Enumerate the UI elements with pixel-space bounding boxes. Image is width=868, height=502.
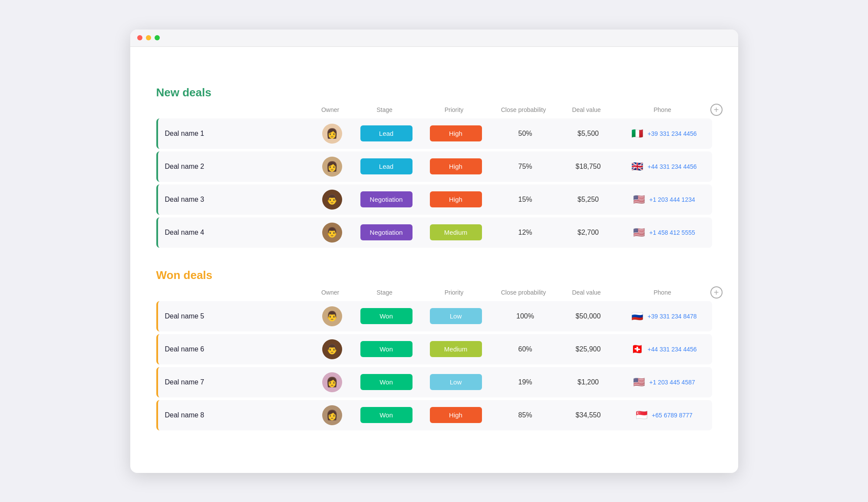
priority-badge[interactable]: Low — [430, 308, 482, 324]
stage-cell[interactable]: Won — [352, 407, 421, 423]
header-cell-3: Priority — [419, 289, 489, 296]
close-button[interactable] — [137, 35, 142, 40]
deal-name: Deal name 2 — [165, 163, 313, 171]
fullscreen-button[interactable] — [155, 35, 160, 40]
deal-name: Deal name 8 — [165, 411, 313, 419]
table-row: Deal name 6👨WonMedium60%$25,900🇨🇭+44 331… — [156, 334, 712, 364]
add-deal-button[interactable]: + — [710, 286, 723, 299]
priority-cell[interactable]: Medium — [421, 341, 491, 357]
owner-cell: 👩 — [313, 372, 352, 392]
avatar: 👩 — [322, 157, 342, 177]
owner-cell: 👩 — [313, 157, 352, 177]
table-row: Deal name 5👨WonLow100%$50,000🇷🇺+39 331 2… — [156, 301, 712, 331]
stage-cell[interactable]: Negotiation — [352, 224, 421, 240]
deal-name: Deal name 7 — [165, 378, 313, 386]
priority-cell[interactable]: Low — [421, 374, 491, 390]
stage-cell[interactable]: Won — [352, 374, 421, 390]
stage-badge[interactable]: Won — [360, 308, 413, 324]
header-cell-7: + — [710, 104, 728, 116]
priority-badge[interactable]: Medium — [430, 224, 482, 240]
value-cell: $5,500 — [560, 130, 617, 138]
header-cell-5: Deal value — [558, 106, 615, 113]
avatar: 👨 — [322, 223, 342, 243]
phone-link[interactable]: +1 203 445 4587 — [649, 379, 695, 386]
probability-cell: 75% — [491, 163, 560, 171]
phone-link[interactable]: +1 458 412 5555 — [649, 229, 695, 236]
owner-cell: 👨 — [313, 306, 352, 326]
value-cell: $34,550 — [560, 411, 617, 419]
app-window: New dealsOwnerStagePriorityClose probabi… — [130, 30, 738, 473]
probability-cell: 60% — [491, 345, 560, 353]
stage-badge[interactable]: Won — [360, 341, 413, 357]
table-header: OwnerStagePriorityClose probabilityDeal … — [156, 286, 712, 299]
stage-badge[interactable]: Negotiation — [360, 191, 413, 207]
stage-cell[interactable]: Negotiation — [352, 191, 421, 207]
header-cell-6: Phone — [615, 289, 710, 296]
phone-cell: 🇺🇸+1 203 445 4587 — [617, 377, 712, 388]
sections-container: New dealsOwnerStagePriorityClose probabi… — [156, 86, 712, 430]
traffic-lights — [137, 35, 160, 40]
priority-badge[interactable]: Low — [430, 374, 482, 390]
stage-cell[interactable]: Lead — [352, 125, 421, 141]
priority-badge[interactable]: High — [430, 158, 482, 174]
priority-badge[interactable]: High — [430, 125, 482, 141]
stage-badge[interactable]: Lead — [360, 125, 413, 141]
table-row: Deal name 1👩LeadHigh50%$5,500🇮🇹+39 331 2… — [156, 118, 712, 149]
owner-cell: 👨 — [313, 190, 352, 210]
value-cell: $1,200 — [560, 378, 617, 386]
minimize-button[interactable] — [146, 35, 151, 40]
stage-cell[interactable]: Won — [352, 308, 421, 324]
priority-cell[interactable]: Low — [421, 308, 491, 324]
country-flag-icon: 🇺🇸 — [633, 377, 645, 388]
header-cell-2: Stage — [350, 289, 419, 296]
priority-cell[interactable]: High — [421, 407, 491, 423]
country-flag-icon: 🇬🇧 — [631, 161, 643, 172]
country-flag-icon: 🇷🇺 — [631, 311, 643, 322]
probability-cell: 100% — [491, 312, 560, 320]
avatar: 👩 — [322, 372, 342, 392]
probability-cell: 50% — [491, 130, 560, 138]
owner-cell: 👩 — [313, 124, 352, 144]
probability-cell: 85% — [491, 411, 560, 419]
priority-cell[interactable]: High — [421, 125, 491, 141]
table-header: OwnerStagePriorityClose probabilityDeal … — [156, 104, 712, 116]
phone-cell: 🇺🇸+1 203 444 1234 — [617, 194, 712, 205]
phone-link[interactable]: +39 331 234 4456 — [647, 130, 696, 137]
country-flag-icon: 🇸🇬 — [636, 410, 647, 421]
stage-badge[interactable]: Negotiation — [360, 224, 413, 240]
stage-badge[interactable]: Won — [360, 374, 413, 390]
owner-cell: 👨 — [313, 339, 352, 359]
priority-badge[interactable]: High — [430, 191, 482, 207]
phone-link[interactable]: +65 6789 8777 — [652, 412, 693, 419]
header-cell-6: Phone — [615, 106, 710, 113]
probability-cell: 12% — [491, 229, 560, 236]
phone-cell: 🇬🇧+44 331 234 4456 — [617, 161, 712, 172]
phone-cell: 🇨🇭+44 331 234 4456 — [617, 344, 712, 355]
phone-link[interactable]: +44 331 234 4456 — [647, 163, 696, 170]
priority-badge[interactable]: High — [430, 407, 482, 423]
phone-link[interactable]: +1 203 444 1234 — [649, 196, 695, 203]
stage-cell[interactable]: Won — [352, 341, 421, 357]
header-cell-4: Close probability — [489, 289, 558, 296]
section-title-won-deals: Won deals — [156, 269, 213, 282]
stage-badge[interactable]: Won — [360, 407, 413, 423]
priority-cell[interactable]: Medium — [421, 224, 491, 240]
phone-link[interactable]: +39 331 234 8478 — [647, 313, 696, 320]
stage-badge[interactable]: Lead — [360, 158, 413, 174]
deal-name: Deal name 4 — [165, 229, 313, 236]
titlebar — [130, 30, 738, 47]
priority-badge[interactable]: Medium — [430, 341, 482, 357]
probability-cell: 15% — [491, 196, 560, 203]
priority-cell[interactable]: High — [421, 158, 491, 174]
country-flag-icon: 🇺🇸 — [633, 194, 645, 205]
stage-cell[interactable]: Lead — [352, 158, 421, 174]
add-deal-button[interactable]: + — [710, 104, 723, 116]
value-cell: $5,250 — [560, 196, 617, 203]
avatar: 👩 — [322, 405, 342, 425]
priority-cell[interactable]: High — [421, 191, 491, 207]
value-cell: $18,750 — [560, 163, 617, 171]
header-cell-1: Owner — [311, 289, 350, 296]
phone-link[interactable]: +44 331 234 4456 — [647, 346, 696, 353]
header-cell-4: Close probability — [489, 106, 558, 113]
section-won-deals: Won dealsOwnerStagePriorityClose probabi… — [156, 269, 712, 430]
